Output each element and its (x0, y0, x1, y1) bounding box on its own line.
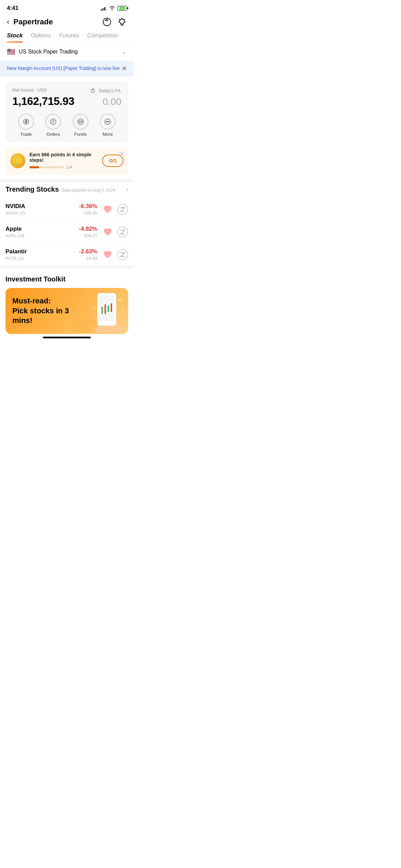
trade-button-palantir[interactable] (117, 249, 128, 260)
stock-ticker: PLTR.US (5, 256, 79, 261)
net-assets-label: Net Assets · USD (12, 87, 47, 93)
trending-title: Trending Stocks (5, 185, 59, 193)
svg-rect-6 (91, 89, 95, 93)
more-button[interactable]: More (100, 114, 116, 137)
toolkit-card[interactable]: Must-read:Pick stocks in 3 mins! ✦ ✦ ✦ (5, 288, 128, 334)
tab-futures[interactable]: Futures (59, 32, 79, 43)
svg-point-18 (106, 121, 107, 122)
tab-stock[interactable]: Stock (7, 32, 23, 43)
svg-rect-26 (108, 306, 109, 312)
status-time: 4:41 (7, 5, 19, 12)
watchlist-button[interactable] (102, 249, 113, 260)
pl-value: 0.00 (103, 96, 122, 107)
funds-label: Funds (74, 132, 87, 137)
stock-change: -2.63% (79, 248, 97, 255)
stock-name: NVIDIA (5, 203, 79, 210)
trade-button-apple[interactable] (117, 227, 128, 238)
battery-icon: ⚡ (117, 6, 127, 11)
watchlist-button[interactable] (102, 204, 113, 215)
watchlist-button[interactable] (102, 227, 113, 238)
toolkit-title: Investment Toolkit (5, 275, 128, 283)
announcement-banner: New Margin Account (US) [Paper Trading] … (0, 61, 134, 76)
status-bar: 4:41 ⚡ (0, 0, 134, 14)
country-flag: 🇺🇸 (7, 48, 15, 56)
signal-icon (101, 6, 107, 11)
stock-item-nvidia: NVIDIA NVDA.US -6.36% 100.45 (5, 198, 128, 221)
svg-rect-23 (99, 296, 114, 321)
stock-item-apple: Apple AAPL.US -4.82% 209.27 (5, 221, 128, 243)
banner-text: New Margin Account (US) [Paper Trading] … (7, 65, 120, 72)
svg-rect-27 (111, 303, 112, 312)
svg-line-3 (124, 19, 125, 20)
header: ‹ Papertrade (0, 14, 134, 31)
section-divider-2 (0, 266, 134, 268)
stock-ticker: AAPL.US (5, 233, 79, 238)
stock-name: Apple (5, 226, 79, 232)
svg-rect-25 (105, 304, 106, 314)
svg-point-31 (73, 315, 97, 333)
chevron-down-icon: ⌄ (122, 48, 127, 56)
svg-line-2 (119, 19, 120, 20)
svg-rect-24 (101, 307, 103, 314)
net-assets-value: 1,162,715.93 (12, 95, 74, 108)
points-close-button[interactable]: ✕ (120, 150, 124, 157)
back-button[interactable]: ‹ (7, 17, 9, 26)
orders-label: Orders (46, 132, 60, 137)
tab-options[interactable]: Options (31, 32, 51, 43)
svg-text:✦: ✦ (121, 310, 124, 313)
svg-text:✦: ✦ (93, 305, 96, 309)
trade-button-nvidia[interactable] (117, 204, 128, 215)
stock-change: -6.36% (79, 203, 97, 210)
svg-point-20 (108, 121, 109, 122)
trending-subtitle: Data updated on Aug 5, 2024 (62, 188, 115, 193)
net-assets-card: Net Assets · USD Today's P/L 1,162,715.9… (5, 81, 128, 142)
share-icon[interactable] (90, 87, 96, 94)
status-icons: ⚡ (101, 5, 127, 11)
account-selector[interactable]: 🇺🇸 US Stock Paper Trading ⌄ (0, 43, 134, 61)
stock-price: 24.09 (79, 256, 97, 261)
stock-name: Palantir (5, 248, 79, 255)
section-divider (0, 179, 134, 182)
pl-label: Today's P/L (98, 88, 121, 93)
trade-button[interactable]: Trade (18, 114, 34, 137)
progress-label: 1/4 (66, 165, 72, 170)
stock-price: 209.27 (79, 233, 97, 238)
svg-point-19 (107, 121, 108, 122)
stock-price: 100.45 (79, 210, 97, 216)
trade-label: Trade (20, 132, 32, 137)
more-label: More (102, 132, 113, 137)
trending-stocks-section: Trending Stocks Data updated on Aug 5, 2… (0, 185, 134, 266)
trending-more-arrow[interactable]: › (126, 186, 128, 193)
points-title: Earn 666 points in 4 simple steps! (29, 152, 98, 163)
stock-item-palantir: Palantir PLTR.US -2.63% 24.09 (5, 243, 128, 266)
refresh-icon[interactable] (102, 17, 112, 27)
orders-button[interactable]: Orders (45, 114, 61, 137)
wifi-icon (109, 5, 115, 11)
page-title: Papertrade (13, 17, 53, 26)
banner-close-button[interactable]: ✕ (120, 65, 128, 72)
tab-competition[interactable]: Competition (87, 32, 119, 43)
home-indicator-bar (0, 334, 134, 341)
action-buttons: Trade Orders Funds (12, 114, 121, 137)
tab-bar: Stock Options Futures Competition (0, 31, 134, 43)
toolkit-card-text: Must-read:Pick stocks in 3 mins! (12, 296, 72, 326)
investment-toolkit-section: Investment Toolkit Must-read:Pick stocks… (0, 268, 134, 334)
phone-illustration: ✦ ✦ ✦ (73, 288, 125, 334)
points-progress-bar (29, 166, 64, 168)
stock-change: -4.82% (79, 226, 97, 232)
coin-icon: 🪙 (10, 153, 25, 168)
stock-ticker: NVDA.US (5, 210, 79, 216)
lightbulb-icon[interactable] (117, 17, 127, 27)
funds-button[interactable]: Funds (73, 114, 88, 137)
points-banner: 🪙 Earn 666 points in 4 simple steps! 1/4… (5, 147, 128, 174)
account-name: US Stock Paper Trading (19, 49, 78, 55)
svg-text:✦: ✦ (118, 297, 122, 303)
